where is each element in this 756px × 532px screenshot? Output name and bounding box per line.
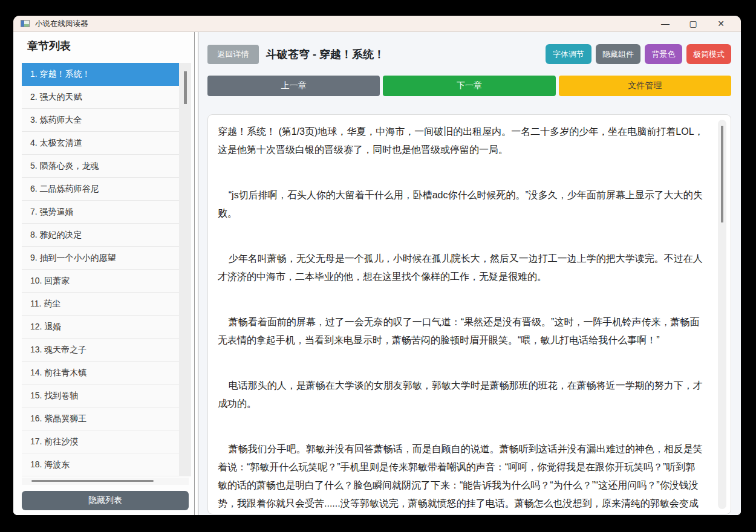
chapter-item[interactable]: 8. 雅妃的决定: [22, 224, 179, 247]
sidebar-heading: 章节列表: [27, 39, 192, 53]
background-color-button[interactable]: 背景色: [645, 44, 682, 64]
reader-panel: 返回详情 斗破苍穹 - 穿越！系统！ 字体调节 隐藏组件 背景色 极简模式 上一…: [198, 32, 741, 515]
panel-divider[interactable]: [194, 32, 198, 515]
paragraph: 少年名叫萧畅，无父无母是一个孤儿，小时候在孤儿院长大，然后又一边打工一边上学的把…: [218, 250, 704, 286]
chapter-item-selected[interactable]: 1. 穿越！系统！: [22, 63, 179, 86]
reader-toolbar-row: 返回详情 斗破苍穹 - 穿越！系统！ 字体调节 隐藏组件 背景色 极简模式: [207, 44, 731, 64]
chapter-listbox: 1. 穿越！系统！ 2. 强大的天赋 3. 炼药师大全 4. 太极玄清道 5. …: [22, 63, 191, 476]
chapter-item[interactable]: 4. 太极玄清道: [22, 132, 179, 155]
chapter-item[interactable]: 9. 抽到一个小小的愿望: [22, 247, 179, 270]
back-to-details-button[interactable]: 返回详情: [207, 45, 259, 64]
maximize-button[interactable]: ▢: [679, 16, 707, 31]
vertical-scrollbar-thumb[interactable]: [184, 71, 187, 104]
chapter-item[interactable]: 12. 退婚: [22, 316, 179, 339]
paragraph: 萧畅看着面前的屏幕，过了一会无奈的叹了一口气道：“果然还是没有晋级。”这时，一阵…: [218, 313, 704, 349]
file-manager-button[interactable]: 文件管理: [559, 76, 731, 96]
chapter-item[interactable]: 7. 强势逼婚: [22, 201, 179, 224]
chapter-title: 斗破苍穹 - 穿越！系统！: [266, 47, 385, 62]
font-adjust-button[interactable]: 字体调节: [546, 44, 591, 64]
chapter-item[interactable]: 5. 陨落心炎，龙魂: [22, 155, 179, 178]
chapter-item[interactable]: 2. 强大的天赋: [22, 86, 179, 109]
prev-chapter-button[interactable]: 上一章: [207, 76, 380, 96]
chapter-item[interactable]: 15. 找到卷轴: [22, 384, 179, 407]
horizontal-scrollbar-thumb[interactable]: [31, 480, 154, 482]
reading-area: 穿越！系统！ (第1/3页)地球，华夏，中海市，一间破旧的出租屋内。一名二十多岁…: [207, 114, 731, 514]
window-titlebar[interactable]: 小说在线阅读器 — ▢ ✕: [13, 16, 741, 32]
chapter-item[interactable]: 17. 前往沙漠: [22, 430, 179, 453]
chapter-sidebar: 章节列表 1. 穿越！系统！ 2. 强大的天赋 3. 炼药师大全 4. 太极玄清…: [13, 32, 194, 515]
text-vertical-scrollbar[interactable]: [718, 120, 726, 509]
chapter-item[interactable]: 13. 魂天帝之子: [22, 339, 179, 362]
chapter-item[interactable]: 10. 回萧家: [22, 270, 179, 293]
chapter-item[interactable]: 3. 炼药师大全: [22, 109, 179, 132]
paragraph: 穿越！系统！ (第1/3页)地球，华夏，中海市，一间破旧的出租屋内。一名二十多岁…: [218, 123, 704, 159]
chapter-item[interactable]: 6. 二品炼药师谷尼: [22, 178, 179, 201]
app-icon: [21, 20, 30, 27]
desktop-background: 小说在线阅读器 — ▢ ✕ 章节列表 1. 穿越！系统！ 2. 强大的天赋 3.…: [0, 0, 756, 532]
paragraph: 萧畅我们分手吧。郭敏并没有回答萧畅话，而是自顾自的说道。萧畅听到这话并没有漏出难…: [218, 440, 704, 514]
app-window: 小说在线阅读器 — ▢ ✕ 章节列表 1. 穿越！系统！ 2. 强大的天赋 3.…: [13, 16, 741, 515]
chapter-nav-row: 上一章 下一章 文件管理: [207, 76, 731, 96]
chapter-list: 1. 穿越！系统！ 2. 强大的天赋 3. 炼药师大全 4. 太极玄清道 5. …: [22, 63, 179, 476]
next-chapter-button[interactable]: 下一章: [383, 76, 555, 96]
minimal-mode-button[interactable]: 极简模式: [686, 44, 731, 64]
close-button[interactable]: ✕: [707, 16, 735, 31]
paragraph: “js切后排啊，石头人你的大留着干什么用，卧槽adc你什么时候死的。”没多久，少…: [218, 186, 704, 222]
text-scrollbar-thumb[interactable]: [721, 126, 723, 222]
window-title: 小说在线阅读器: [35, 19, 88, 29]
chapter-item[interactable]: 14. 前往青木镇: [22, 362, 179, 384]
chapter-item[interactable]: 16. 紫晶翼狮王: [22, 407, 179, 430]
chapter-item[interactable]: 11. 药尘: [22, 293, 179, 316]
chapter-text[interactable]: 穿越！系统！ (第1/3页)地球，华夏，中海市，一间破旧的出租屋内。一名二十多岁…: [208, 115, 731, 514]
paragraph: 电话那头的人，是萧畅在大学谈的女朋友郭敏，郭敏大学时是萧畅那班的班花，在萧畅将近…: [218, 377, 704, 413]
app-body: 章节列表 1. 穿越！系统！ 2. 强大的天赋 3. 炼药师大全 4. 太极玄清…: [13, 32, 741, 515]
minimize-button[interactable]: —: [651, 16, 679, 31]
chapter-list-vertical-scrollbar[interactable]: [179, 63, 191, 476]
hide-list-button[interactable]: 隐藏列表: [22, 491, 189, 510]
window-controls: — ▢ ✕: [651, 16, 735, 31]
chapter-list-horizontal-scrollbar[interactable]: [22, 478, 189, 485]
hide-components-button[interactable]: 隐藏组件: [596, 44, 640, 64]
chapter-item[interactable]: 18. 海波东: [22, 453, 179, 476]
